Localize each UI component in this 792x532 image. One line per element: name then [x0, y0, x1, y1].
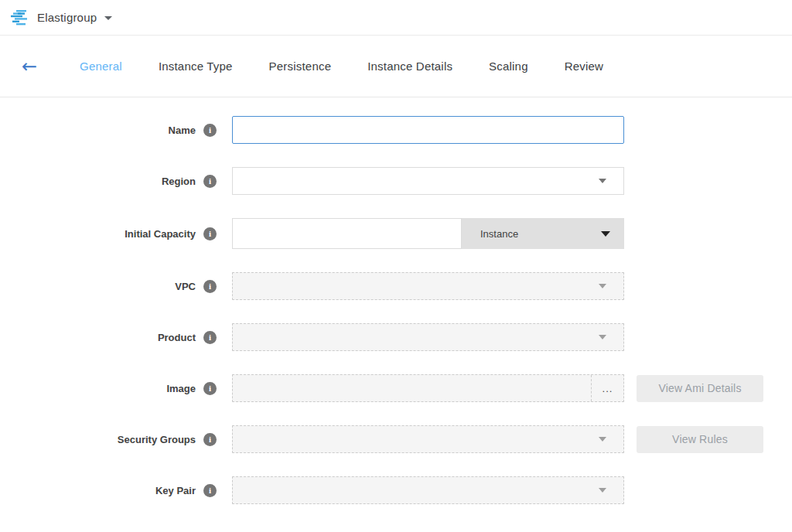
form-row-security-groups: Security Groups i View Rules — [0, 425, 792, 453]
chevron-down-icon — [599, 488, 606, 493]
initial-capacity-label: Initial Capacity — [125, 228, 196, 240]
info-icon[interactable]: i — [203, 124, 217, 137]
chevron-down-icon — [599, 179, 606, 183]
tab-instance-type[interactable]: Instance Type — [159, 60, 233, 73]
name-input[interactable] — [232, 116, 624, 144]
info-icon[interactable]: i — [203, 433, 217, 446]
region-label: Region — [162, 176, 196, 187]
key-pair-select — [232, 476, 624, 504]
chevron-down-icon — [599, 437, 606, 442]
info-icon[interactable]: i — [203, 331, 217, 344]
initial-capacity-input[interactable] — [232, 218, 462, 249]
app-switcher-caret-icon[interactable] — [104, 16, 112, 20]
capacity-unit-select[interactable]: Instance — [462, 218, 624, 249]
chevron-down-icon — [601, 231, 610, 237]
product-select — [232, 323, 624, 351]
browse-image-button: ... — [591, 375, 623, 401]
view-rules-button: View Rules — [637, 426, 763, 453]
wizard-tab-bar: ← General Instance Type Persistence Inst… — [0, 36, 792, 97]
name-label: Name — [169, 124, 196, 136]
form-row-initial-capacity: Initial Capacity i Instance — [0, 218, 792, 249]
tab-general[interactable]: General — [80, 60, 122, 73]
info-icon[interactable]: i — [203, 175, 217, 188]
vpc-label: VPC — [175, 281, 196, 292]
tab-scaling[interactable]: Scaling — [489, 60, 528, 73]
form-row-name: Name i — [0, 116, 792, 144]
info-icon[interactable]: i — [203, 382, 217, 395]
security-groups-label: Security Groups — [118, 434, 196, 445]
chevron-down-icon — [599, 335, 606, 339]
tab-persistence[interactable]: Persistence — [269, 60, 332, 73]
key-pair-label: Key Pair — [155, 485, 196, 496]
back-button[interactable]: ← — [15, 54, 43, 79]
elastigroup-logo-icon — [11, 9, 31, 26]
capacity-unit-value: Instance — [480, 228, 518, 240]
info-icon[interactable]: i — [203, 227, 217, 240]
chevron-down-icon — [599, 284, 606, 288]
form-row-image: Image i ... View Ami Details — [0, 374, 792, 402]
vpc-select — [232, 272, 624, 300]
form-row-key-pair: Key Pair i — [0, 476, 792, 504]
tab-review[interactable]: Review — [565, 60, 603, 73]
info-icon[interactable]: i — [203, 280, 217, 293]
elastigroup-wizard-screen: Elastigroup ← General Instance Type Pers… — [0, 0, 792, 504]
general-settings-form: Name i Region i Initial Capacity i — [0, 97, 792, 504]
security-groups-select — [232, 425, 624, 453]
topbar: Elastigroup — [0, 0, 792, 36]
wizard-tabs: General Instance Type Persistence Instan… — [80, 60, 603, 73]
form-row-vpc: VPC i — [0, 272, 792, 300]
app-name: Elastigroup — [37, 11, 97, 24]
product-label: Product — [158, 332, 196, 343]
image-label: Image — [166, 383, 196, 394]
region-select[interactable] — [232, 167, 624, 195]
tab-instance-details[interactable]: Instance Details — [367, 60, 452, 73]
view-ami-details-button: View Ami Details — [637, 375, 763, 402]
image-value-field — [233, 375, 591, 401]
info-icon[interactable]: i — [203, 484, 217, 497]
form-row-product: Product i — [0, 323, 792, 351]
form-row-region: Region i — [0, 167, 792, 195]
image-picker: ... — [232, 374, 624, 402]
